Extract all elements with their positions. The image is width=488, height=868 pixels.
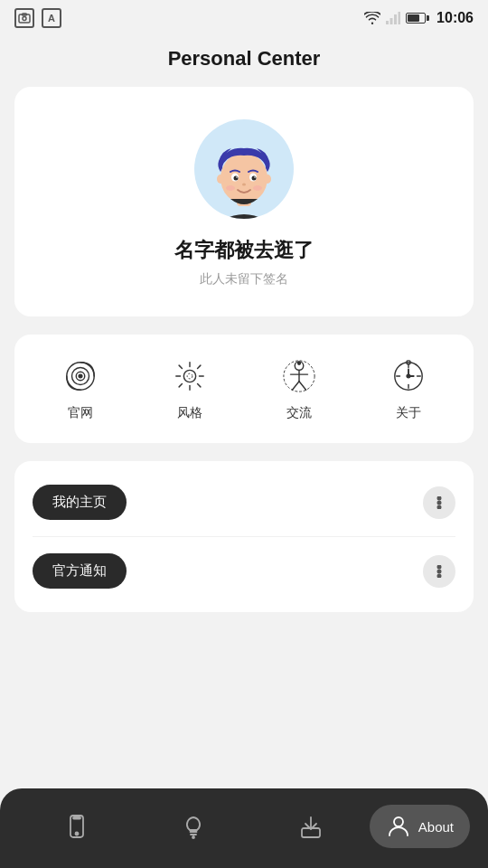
svg-point-25 — [183, 370, 195, 382]
action-exchange[interactable]: 交流 — [244, 356, 353, 421]
action-label-exchange: 交流 — [286, 405, 312, 421]
svg-point-16 — [242, 184, 246, 186]
svg-point-19 — [217, 175, 224, 184]
my-home-arrow[interactable] — [423, 486, 455, 519]
status-left-icons: A — [14, 8, 61, 28]
svg-line-39 — [299, 382, 306, 391]
download-icon — [298, 814, 324, 839]
official-notice-button[interactable]: 官方通知 — [33, 553, 127, 589]
svg-point-9 — [221, 153, 267, 203]
svg-point-62 — [192, 836, 194, 838]
svg-line-38 — [292, 382, 299, 391]
nav-item-bulb[interactable] — [136, 814, 253, 839]
bulb-icon — [181, 814, 206, 839]
nav-item-download[interactable] — [252, 814, 370, 839]
svg-line-30 — [179, 365, 182, 368]
svg-rect-5 — [394, 14, 397, 24]
status-bar: A 10:06 — [0, 0, 488, 33]
svg-point-24 — [79, 374, 82, 378]
svg-point-13 — [252, 176, 257, 181]
svg-point-1 — [23, 17, 26, 21]
svg-point-65 — [394, 817, 403, 826]
svg-point-7 — [217, 214, 271, 219]
wifi-icon — [364, 12, 380, 24]
svg-point-34 — [187, 373, 192, 379]
username: 名字都被去逛了 — [174, 237, 314, 264]
avatar — [194, 119, 294, 219]
nav-about-label: About — [418, 819, 454, 835]
phone-icon — [64, 814, 89, 839]
font-icon: A — [42, 8, 61, 28]
profile-card: 名字都被去逛了 此人未留下签名 — [14, 87, 474, 316]
svg-point-51 — [438, 501, 441, 504]
svg-point-52 — [438, 496, 441, 499]
action-label-official-site: 官网 — [68, 405, 93, 421]
action-style[interactable]: 风格 — [135, 356, 244, 421]
status-right-icons: 10:06 — [364, 10, 474, 26]
svg-point-18 — [253, 185, 262, 191]
spiral-icon — [61, 356, 100, 396]
battery-icon — [406, 13, 429, 24]
svg-line-32 — [197, 365, 200, 368]
svg-point-59 — [75, 833, 78, 835]
svg-point-17 — [226, 185, 235, 191]
svg-point-54 — [438, 570, 441, 572]
svg-rect-58 — [73, 817, 80, 819]
photo-icon — [14, 8, 34, 28]
clock: 10:06 — [436, 10, 474, 26]
svg-point-40 — [297, 362, 300, 364]
svg-rect-3 — [386, 21, 389, 24]
svg-point-55 — [438, 565, 441, 568]
svg-rect-4 — [390, 18, 393, 24]
action-official-site[interactable]: 官网 — [25, 356, 135, 421]
action-label-about: 关于 — [396, 405, 421, 421]
svg-line-33 — [179, 384, 182, 387]
quick-actions-panel: 官网 风格 — [14, 335, 474, 443]
signal-icon — [386, 12, 400, 24]
clock-face-icon — [389, 356, 428, 396]
svg-point-56 — [438, 574, 441, 577]
menu-card: 我的主页 官方通知 — [14, 461, 474, 612]
svg-rect-6 — [399, 12, 401, 24]
signature: 此人未留下签名 — [200, 271, 288, 288]
svg-point-14 — [236, 176, 238, 178]
svg-point-49 — [407, 374, 410, 378]
nav-item-phone[interactable] — [18, 814, 136, 839]
svg-point-20 — [264, 175, 271, 184]
avatar-svg — [199, 128, 289, 219]
sun-spin-icon — [170, 356, 210, 396]
svg-point-15 — [254, 176, 256, 178]
menu-item-official-notice[interactable]: 官方通知 — [33, 537, 455, 605]
person-stand-icon — [279, 356, 319, 396]
page-title: Personal Center — [0, 33, 488, 87]
menu-item-my-home[interactable]: 我的主页 — [33, 468, 455, 537]
svg-line-31 — [197, 384, 200, 387]
official-notice-arrow[interactable] — [423, 555, 455, 588]
svg-point-53 — [438, 505, 441, 508]
my-home-button[interactable]: 我的主页 — [33, 485, 127, 520]
about-person-icon — [386, 814, 411, 839]
action-about[interactable]: 关于 — [353, 356, 463, 421]
action-label-style: 风格 — [177, 405, 202, 421]
nav-item-about[interactable]: About — [370, 805, 470, 848]
bottom-nav: About — [0, 788, 488, 868]
svg-point-12 — [234, 176, 239, 181]
